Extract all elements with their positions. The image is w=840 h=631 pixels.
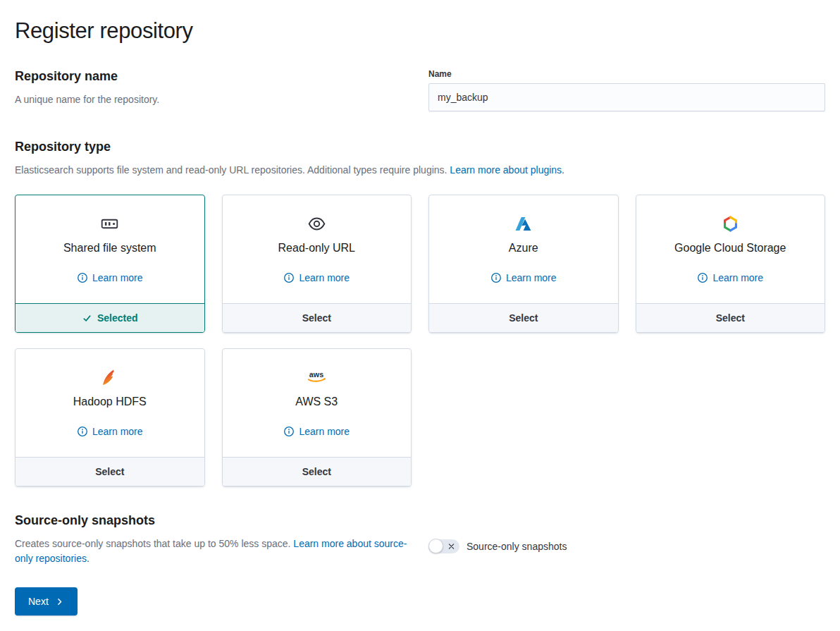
source-only-toggle-label: Source-only snapshots	[467, 541, 567, 552]
repository-name-section: Repository name A unique name for the re…	[15, 69, 825, 111]
learn-more-plugins-link[interactable]: Learn more about plugins.	[450, 164, 564, 176]
learn-more-link[interactable]: Learn more	[283, 272, 350, 283]
info-icon	[697, 272, 708, 283]
card-action-label: Select	[716, 312, 745, 324]
card-title: Read-only URL	[278, 242, 355, 255]
svg-text:aws: aws	[309, 370, 323, 379]
learn-more-link[interactable]: Learn more	[283, 426, 350, 437]
cross-icon	[447, 543, 455, 551]
hadoop-icon	[100, 367, 119, 388]
repo-type-card-google-cloud-storage[interactable]: Google Cloud Storage Learn more Select	[636, 195, 826, 333]
toggle-thumb	[428, 539, 443, 553]
repository-name-description: A unique name for the repository.	[15, 92, 412, 107]
card-select-button[interactable]: Select	[223, 303, 412, 332]
next-button-label: Next	[28, 596, 49, 607]
info-icon	[77, 426, 88, 437]
card-action-label: Select	[302, 312, 331, 324]
repository-type-section: Repository type Elasticsearch supports f…	[15, 140, 825, 486]
repo-type-card-aws-s3[interactable]: aws AWS S3 Learn more Select	[222, 348, 412, 486]
source-only-toggle-row: Source-only snapshots	[428, 539, 825, 553]
learn-more-link[interactable]: Learn more	[77, 272, 143, 283]
source-only-heading: Source-only snapshots	[15, 513, 412, 528]
repository-type-heading: Repository type	[15, 140, 825, 154]
learn-more-link[interactable]: Learn more	[77, 426, 143, 437]
source-only-description-text: Creates source-only snapshots that take …	[15, 538, 290, 549]
source-only-description: Creates source-only snapshots that take …	[15, 537, 412, 566]
repository-type-cards: Shared file system Learn more Selected	[15, 195, 825, 486]
name-field-label: Name	[428, 69, 825, 79]
repository-name-input[interactable]	[428, 83, 825, 111]
card-title: Google Cloud Storage	[674, 242, 786, 255]
eye-icon	[307, 213, 326, 234]
card-select-button[interactable]: Select	[223, 457, 412, 486]
learn-more-label: Learn more	[92, 272, 143, 283]
azure-icon	[514, 213, 533, 234]
info-icon	[283, 426, 295, 437]
aws-icon: aws	[304, 367, 329, 388]
card-select-button[interactable]: Select	[636, 303, 825, 332]
repository-name-heading: Repository name	[15, 69, 412, 84]
check-icon	[82, 313, 92, 324]
card-title: Hadoop HDFS	[73, 396, 147, 408]
card-action-label: Selected	[97, 312, 138, 324]
learn-more-link[interactable]: Learn more	[697, 272, 763, 283]
learn-more-label: Learn more	[712, 272, 763, 283]
storage-icon	[100, 213, 119, 234]
chevron-right-icon	[55, 597, 64, 606]
google-cloud-icon	[722, 213, 739, 234]
card-action-label: Select	[509, 312, 538, 324]
repo-type-card-azure[interactable]: Azure Learn more Select	[428, 195, 619, 333]
next-button[interactable]: Next	[15, 587, 78, 615]
card-action-label: Select	[302, 466, 331, 477]
info-icon	[490, 272, 502, 283]
card-action-label: Select	[95, 466, 124, 477]
info-icon	[77, 272, 88, 283]
repo-type-card-hadoop-hdfs[interactable]: Hadoop HDFS Learn more Select	[15, 348, 205, 486]
info-icon	[283, 272, 295, 283]
learn-more-link[interactable]: Learn more	[490, 272, 557, 283]
learn-more-label: Learn more	[299, 426, 350, 437]
learn-more-label: Learn more	[506, 272, 557, 283]
learn-more-label: Learn more	[299, 272, 350, 283]
card-select-button[interactable]: Select	[429, 303, 618, 332]
repository-type-description-text: Elasticsearch supports file system and r…	[15, 164, 447, 176]
card-selected-button[interactable]: Selected	[16, 303, 204, 332]
card-title: AWS S3	[295, 396, 338, 408]
learn-more-label: Learn more	[92, 426, 143, 437]
source-only-toggle[interactable]	[428, 539, 459, 553]
source-only-section: Source-only snapshots Creates source-onl…	[15, 513, 825, 566]
card-title: Azure	[509, 242, 538, 255]
repo-type-card-read-only-url[interactable]: Read-only URL Learn more Select	[222, 195, 412, 333]
card-title: Shared file system	[63, 242, 156, 255]
card-select-button[interactable]: Select	[16, 457, 204, 486]
repo-type-card-shared-file-system[interactable]: Shared file system Learn more Selected	[15, 195, 205, 333]
repository-type-description: Elasticsearch supports file system and r…	[15, 163, 825, 178]
page-title: Register repository	[15, 18, 825, 44]
